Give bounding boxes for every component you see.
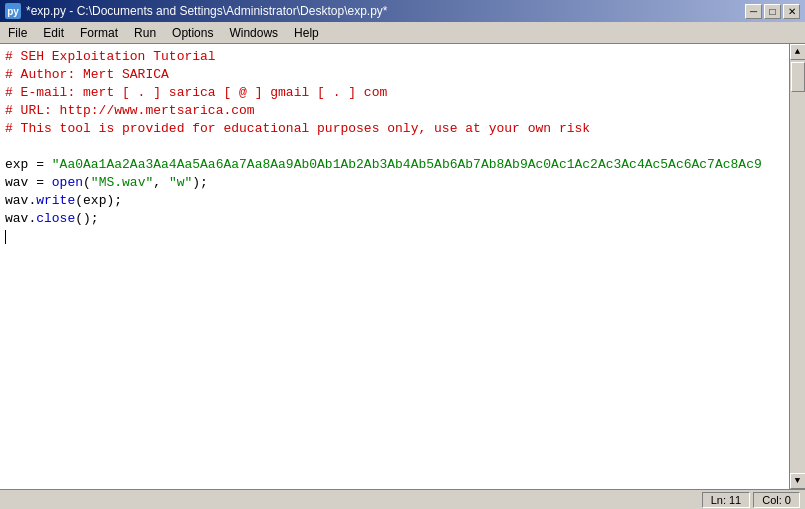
menu-bar: File Edit Format Run Options Windows Hel… — [0, 22, 805, 44]
menu-file[interactable]: File — [0, 24, 35, 42]
minimize-button[interactable]: ─ — [745, 4, 762, 19]
menu-help[interactable]: Help — [286, 24, 327, 42]
close-button[interactable]: ✕ — [783, 4, 800, 19]
status-bar: Ln: 11 Col: 0 — [0, 489, 805, 509]
scroll-down-button[interactable]: ▼ — [790, 473, 806, 489]
scrollbar-vertical[interactable]: ▲ ▼ — [789, 44, 805, 489]
app-icon: py — [5, 3, 21, 19]
window-title: *exp.py - C:\Documents and Settings\Admi… — [26, 4, 388, 18]
status-ln: Ln: 11 — [702, 492, 751, 508]
title-bar: py *exp.py - C:\Documents and Settings\A… — [0, 0, 805, 22]
menu-edit[interactable]: Edit — [35, 24, 72, 42]
status-col: Col: 0 — [753, 492, 800, 508]
menu-options[interactable]: Options — [164, 24, 221, 42]
menu-run[interactable]: Run — [126, 24, 164, 42]
scroll-thumb[interactable] — [791, 62, 805, 92]
editor-area: # SEH Exploitation Tutorial# Author: Mer… — [0, 44, 805, 489]
menu-format[interactable]: Format — [72, 24, 126, 42]
scroll-up-button[interactable]: ▲ — [790, 44, 806, 60]
maximize-button[interactable]: □ — [764, 4, 781, 19]
code-content[interactable]: # SEH Exploitation Tutorial# Author: Mer… — [0, 44, 789, 489]
menu-windows[interactable]: Windows — [221, 24, 286, 42]
